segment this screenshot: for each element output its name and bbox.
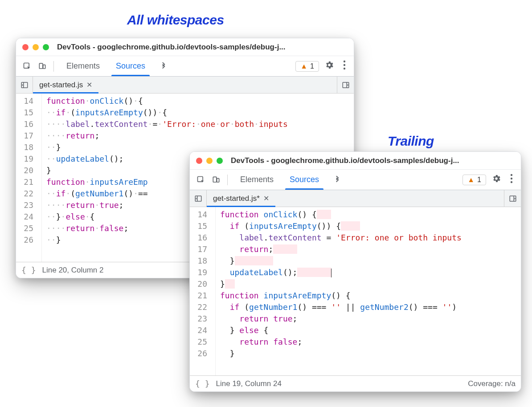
line-number: 21: [16, 176, 37, 188]
file-tab-bar: get-started.js* ✕: [190, 190, 521, 207]
svg-rect-12: [217, 178, 219, 182]
line-number: 20: [16, 165, 37, 176]
line-number: 18: [16, 142, 37, 153]
coverage-status: Coverage: n/a: [468, 379, 516, 388]
code-line[interactable]: }: [220, 348, 462, 359]
more-tabs-icon[interactable]: [155, 62, 172, 70]
minimize-window-button[interactable]: [206, 158, 213, 164]
svg-point-5: [344, 67, 345, 69]
code-content[interactable]: function onClick() { if (inputsAreEmpty(…: [216, 207, 462, 375]
line-number: 26: [190, 348, 211, 359]
zoom-window-button[interactable]: [43, 44, 49, 50]
code-line[interactable]: }: [220, 255, 462, 267]
drawer-toggle-icon[interactable]: [504, 190, 521, 207]
pretty-print-icon[interactable]: { }: [195, 379, 210, 388]
code-line[interactable]: function·onClick()·{: [46, 95, 288, 107]
tab-elements[interactable]: Elements: [232, 170, 282, 190]
line-number: 16: [16, 118, 37, 130]
text-cursor: [331, 269, 331, 277]
devtools-window-trailing: DevTools - googlechrome.github.io/devtoo…: [189, 151, 521, 392]
traffic-lights: [22, 44, 49, 50]
kebab-menu-icon[interactable]: [340, 60, 349, 73]
code-line[interactable]: ··if·(inputsAreEmpty())·{: [46, 107, 288, 118]
heading-trailing: Trailing: [388, 134, 434, 149]
line-number: 16: [190, 232, 211, 244]
line-number: 22: [16, 188, 37, 199]
code-line[interactable]: } else {: [220, 325, 462, 336]
cursor-position: Line 19, Column 24: [216, 379, 282, 388]
panel-tabs: Elements Sources: [232, 170, 327, 190]
line-number: 20: [190, 278, 211, 290]
inspect-element-icon[interactable]: [20, 60, 34, 73]
settings-icon[interactable]: [321, 60, 338, 73]
navigator-toggle-icon[interactable]: [190, 190, 207, 207]
zoom-window-button[interactable]: [217, 158, 223, 164]
pretty-print-icon[interactable]: { }: [21, 265, 36, 275]
minimize-window-button[interactable]: [33, 44, 39, 50]
window-title: DevTools - googlechrome.github.io/devtoo…: [53, 43, 348, 52]
line-number: 15: [190, 220, 211, 232]
svg-point-3: [344, 60, 345, 62]
tab-elements[interactable]: Elements: [58, 56, 108, 76]
device-toggle-icon[interactable]: [36, 60, 49, 73]
warning-icon: ▲: [300, 62, 307, 70]
code-line[interactable]: updateLabel();: [220, 267, 462, 278]
warnings-badge[interactable]: ▲ 1: [462, 175, 486, 185]
navigator-toggle-icon[interactable]: [16, 77, 33, 93]
svg-point-15: [511, 181, 512, 183]
code-line[interactable]: }: [220, 278, 462, 290]
line-number: 25: [190, 336, 211, 348]
divider: [227, 175, 228, 185]
code-line[interactable]: return false;: [220, 336, 462, 348]
line-number: 18: [190, 255, 211, 267]
code-editor[interactable]: 14151617181920212223242526 function onCl…: [190, 207, 521, 375]
more-tabs-icon[interactable]: [329, 176, 346, 184]
file-tab-bar: get-started.js ✕: [16, 77, 354, 94]
code-line[interactable]: ····return;: [46, 130, 288, 142]
line-number: 23: [16, 199, 37, 211]
tab-sources[interactable]: Sources: [282, 170, 327, 190]
line-number: 24: [16, 211, 37, 223]
code-line[interactable]: function onClick() {: [220, 209, 462, 220]
warning-count: 1: [310, 62, 314, 70]
cursor-position: Line 20, Column 2: [42, 266, 104, 275]
code-line[interactable]: ····label.textContent·=·'Error:·one·or·b…: [46, 118, 288, 130]
kebab-menu-icon[interactable]: [507, 174, 516, 186]
device-toggle-icon[interactable]: [209, 173, 223, 187]
file-tab-get-started[interactable]: get-started.js* ✕: [207, 190, 275, 207]
file-tab-get-started[interactable]: get-started.js ✕: [33, 77, 98, 93]
line-number: 21: [190, 290, 211, 301]
close-tab-icon[interactable]: ✕: [86, 81, 92, 89]
code-line[interactable]: return true;: [220, 313, 462, 325]
line-number: 25: [16, 223, 37, 234]
svg-rect-1: [39, 63, 43, 69]
file-tab-label: get-started.js: [39, 81, 83, 90]
code-line[interactable]: if (inputsAreEmpty()) {: [220, 220, 462, 232]
close-window-button[interactable]: [22, 44, 29, 50]
code-line[interactable]: function inputsAreEmpty() {: [220, 290, 462, 301]
svg-point-14: [511, 177, 512, 179]
drawer-toggle-icon[interactable]: [337, 77, 354, 93]
code-line[interactable]: label.textContent = 'Error: one or both …: [220, 232, 462, 244]
window-title: DevTools - googlechrome.github.io/devtoo…: [227, 156, 515, 165]
warnings-badge[interactable]: ▲ 1: [295, 61, 319, 72]
titlebar: DevTools - googlechrome.github.io/devtoo…: [16, 38, 354, 56]
line-number: 14: [190, 209, 211, 220]
tab-sources[interactable]: Sources: [108, 56, 153, 76]
close-tab-icon[interactable]: ✕: [263, 194, 269, 203]
line-number: 19: [16, 153, 37, 165]
line-number: 14: [16, 95, 37, 107]
line-number: 24: [190, 325, 211, 336]
code-line[interactable]: if (getNumber1() === '' || getNumber2() …: [220, 301, 462, 313]
code-line[interactable]: return;: [220, 244, 462, 255]
line-gutter: 14151617181920212223242526: [16, 94, 42, 262]
line-number: 17: [190, 244, 211, 255]
main-toolbar: Elements Sources ▲ 1: [16, 56, 354, 77]
settings-icon[interactable]: [488, 174, 505, 186]
warning-count: 1: [477, 176, 481, 184]
svg-rect-11: [213, 177, 217, 182]
svg-point-4: [344, 64, 345, 65]
inspect-element-icon[interactable]: [194, 173, 208, 187]
line-number: 19: [190, 267, 211, 278]
close-window-button[interactable]: [196, 158, 202, 164]
